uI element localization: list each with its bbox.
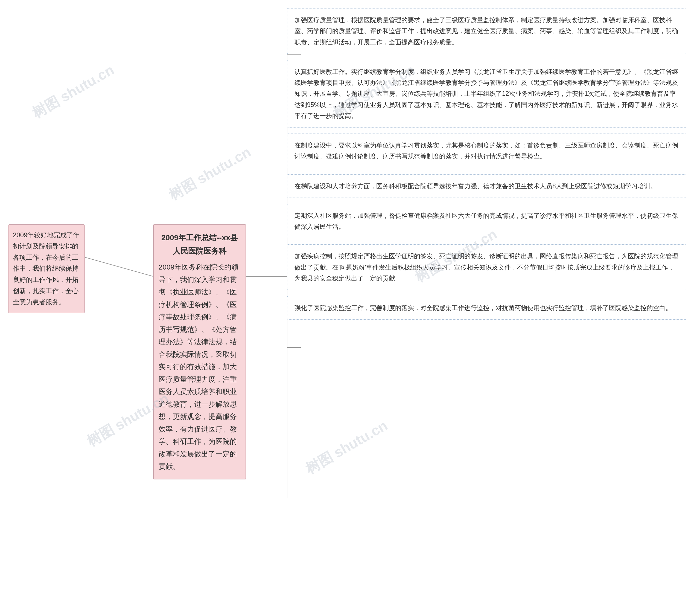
svg-line-0 [85,257,153,277]
right-nodes-container: 加强医疗质量管理，根据医院质量管理的要求，健全了三级医疗质量监控制体系，制定医疗… [287,8,686,319]
right-node-5-text: 定期深入社区服务站，加强管理，督促检查健康档案及社区六大任务的完成情况，提高了诊… [295,212,678,230]
center-node: 2009年工作总结--xx县人民医院医务科 2009年医务科在院长的领导下，我们… [153,224,246,479]
watermark-2: 树图 shutu.cn [166,143,254,205]
right-node-4: 在梯队建设和人才培养方面，医务科积极配合院领导选拔年富力强、德才兼备的卫生技术人… [287,174,686,198]
right-node-3-text: 在制度建设中，要求以科室为单位认真学习贯彻落实，尤其是核心制度的落实，如：首诊负… [295,142,678,160]
right-node-2: 认真抓好医教工作。实行继续教育学分制度，组织业务人员学习《黑龙江省卫生厅关于加强… [287,60,686,127]
right-node-2-text: 认真抓好医教工作。实行继续教育学分制度，组织业务人员学习《黑龙江省卫生厅关于加强… [295,68,678,119]
right-node-4-text: 在梯队建设和人才培养方面，医务科积极配合院领导选拔年富力强、德才兼备的卫生技术人… [295,183,656,190]
right-node-7-text: 强化了医院感染监控工作，完善制度的落实，对全院感染工作进行监控，对抗菌药物使用也… [295,304,672,311]
watermark-6: 树图 shutu.cn [302,416,391,479]
watermark-1: 树图 shutu.cn [29,61,118,123]
left-node: 2009年较好地完成了年初计划及院领导安排的各项工作，在今后的工作中，我们将继续… [8,224,85,313]
right-node-6: 加强疾病控制，按照规定严格出生医学证明的签发、死亡证明的签发、诊断证明的出具，网… [287,244,686,290]
right-node-3: 在制度建设中，要求以科室为单位认真学习贯彻落实，尤其是核心制度的落实，如：首诊负… [287,134,686,168]
right-node-1-text: 加强医疗质量管理，根据医院质量管理的要求，健全了三级医疗质量监控制体系，制定医疗… [295,17,678,46]
center-node-text: 2009年医务科在院长的领导下，我们深入学习和贯彻《执业医师法》、《医疗机构管理… [158,261,241,473]
center-node-title: 2009年工作总结--xx县人民医院医务科 [158,231,241,258]
right-node-1: 加强医疗质量管理，根据医院质量管理的要求，健全了三级医疗质量监控制体系，制定医疗… [287,8,686,54]
left-node-text: 2009年较好地完成了年初计划及院领导安排的各项工作，在今后的工作中，我们将继续… [13,231,80,306]
right-node-5: 定期深入社区服务站，加强管理，督促检查健康档案及社区六大任务的完成情况，提高了诊… [287,204,686,239]
right-node-6-text: 加强疾病控制，按照规定严格出生医学证明的签发、死亡证明的签发、诊断证明的出具，网… [295,253,678,282]
right-node-7: 强化了医院感染监控工作，完善制度的落实，对全院感染工作进行监控，对抗菌药物使用也… [287,296,686,319]
